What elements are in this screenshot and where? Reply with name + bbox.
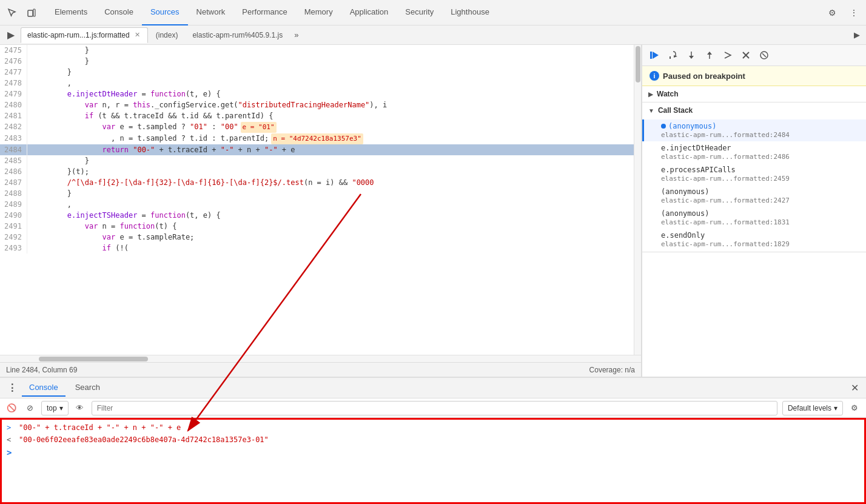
code-line-2482: 2482 var e = t.sampled ? "01" : "00"e = …: [0, 121, 634, 133]
watch-section: ▶ Watch: [642, 86, 866, 102]
call-stack-section: ▼ Call Stack (anonymous) elastic-apm-rum…: [642, 102, 866, 252]
more-icon[interactable]: ⋮: [845, 4, 862, 21]
levels-label: Default levels: [788, 404, 831, 412]
breakpoint-header: i Paused on breakpoint: [642, 66, 866, 86]
code-line-2487: 2487 /^[\da-f]{2}-[\da-f]{32}-[\da-f]{16…: [0, 177, 634, 188]
code-scroll-area[interactable]: 2475 } 2476 } 2477 }: [0, 45, 634, 355]
resume-button[interactable]: [647, 47, 663, 63]
svg-rect-3: [650, 52, 652, 59]
call-stack-item-5[interactable]: e.sendOnly elastic-apm-rum...formatted:1…: [642, 229, 866, 250]
sources-tab-0[interactable]: elastic-apm-rum...1.js:formatted ✕: [21, 27, 148, 43]
call-stack-loc-3: elastic-apm-rum...formatted:2427: [661, 197, 859, 204]
sources-tab-close-0[interactable]: ✕: [133, 30, 141, 39]
call-stack-header[interactable]: ▼ Call Stack: [642, 102, 866, 118]
pause-exceptions-button[interactable]: [756, 47, 772, 63]
code-line-2484: 2484 return "00-" + t.traceId + "-" + n …: [0, 144, 634, 155]
call-stack-item-2[interactable]: e.processAPICalls elastic-apm-rum...form…: [642, 163, 866, 185]
step-over-button[interactable]: [665, 47, 681, 63]
settings-icon[interactable]: ⚙: [824, 4, 841, 21]
call-stack-loc-2: elastic-apm-rum...formatted:2459: [661, 175, 859, 183]
code-line-2476: 2476 }: [0, 56, 634, 67]
svg-rect-1: [33, 9, 35, 16]
device-icon[interactable]: [23, 4, 40, 21]
deactivate-button[interactable]: [738, 47, 754, 63]
call-stack-item-1[interactable]: e.injectDtHeader elastic-apm-rum...forma…: [642, 141, 866, 163]
call-stack-loc-4: elastic-apm-rum...formatted:1831: [661, 218, 859, 226]
call-stack-fn-4: (anonymous): [661, 209, 859, 218]
right-panel: i Paused on breakpoint ▶ Watch ▼ Call St…: [642, 45, 866, 377]
step-into-button[interactable]: [683, 47, 699, 63]
code-line-2490: 2490 e.injectTSHeader = function(t, e) {: [0, 210, 634, 221]
call-stack-fn-2: e.processAPICalls: [661, 166, 859, 174]
call-stack-triangle: ▼: [648, 107, 654, 114]
console-output[interactable]: > "00-" + t.traceId + "-" + n + "-" + e …: [0, 418, 866, 504]
console-arrow-0: >: [7, 423, 15, 432]
levels-selector[interactable]: Default levels ▾: [782, 401, 843, 415]
svg-marker-2: [653, 52, 659, 59]
tab-lighthouse[interactable]: Lighthouse: [442, 0, 498, 25]
code-line-2486: 2486 }(t);: [0, 166, 634, 177]
call-stack-item-4[interactable]: (anonymous) elastic-apm-rum...formatted:…: [642, 207, 866, 229]
tab-play-button[interactable]: ▶: [850, 30, 864, 39]
code-line-2480: 2480 var n, r = this._configService.get(…: [0, 99, 634, 110]
vertical-scrollbar[interactable]: [634, 45, 641, 355]
tab-memory[interactable]: Memory: [296, 0, 341, 25]
tab-console[interactable]: Console: [96, 0, 142, 25]
context-selector[interactable]: top ▾: [41, 401, 69, 415]
code-line-2483: 2483 , n = t.sampled ? t.id : t.parentId…: [0, 133, 634, 144]
tab-sources[interactable]: Sources: [142, 0, 188, 25]
bottom-tab-console[interactable]: Console: [22, 380, 65, 397]
nav-right: ⚙ ⋮: [824, 4, 862, 21]
code-line-2479: 2479 e.injectDtHeader = function(t, e) {: [0, 89, 634, 99]
step-out-button[interactable]: [702, 47, 717, 63]
search-tab-label: Search: [75, 383, 100, 392]
context-label: top: [47, 404, 57, 412]
call-stack-item-0[interactable]: (anonymous) elastic-apm-rum...formatted:…: [642, 119, 866, 141]
debug-toolbar: [642, 45, 866, 66]
tab-security[interactable]: Security: [397, 0, 442, 25]
info-icon: i: [650, 71, 659, 81]
status-bar: Line 2484, Column 69 Coverage: n/a: [0, 362, 641, 377]
console-line-0: > "00-" + t.traceId + "-" + n + "-" + e: [7, 422, 859, 434]
console-toolbar: 🚫 ⊘ top ▾ 👁 Default levels ▾ ⚙: [0, 398, 866, 418]
tab-network[interactable]: Network: [188, 0, 234, 25]
call-stack-loc-5: elastic-apm-rum...formatted:1829: [661, 240, 859, 248]
sources-sidebar-toggle[interactable]: ▶: [2, 27, 19, 44]
svg-marker-7: [689, 56, 694, 59]
call-stack-loc-0: elastic-apm-rum...formatted:2484: [661, 131, 859, 139]
call-stack-fn-3: (anonymous): [661, 187, 859, 196]
tab-performance[interactable]: Performance: [233, 0, 295, 25]
inspect-icon[interactable]: [4, 4, 21, 21]
console-text-1: "00-0e6f02eeafe83ea0ade2249c6b8e407a-4d7…: [19, 435, 269, 444]
call-stack-loc-1: elastic-apm-rum...formatted:2486: [661, 153, 859, 161]
watch-header[interactable]: ▶ Watch: [642, 86, 866, 102]
tab-more-button[interactable]: »: [290, 30, 302, 39]
bottom-close-button[interactable]: ✕: [848, 382, 861, 394]
sources-tab-label-2: elastic-apm-rum%405.9.1.js: [192, 31, 283, 39]
console-settings-icon[interactable]: ⚙: [848, 402, 861, 415]
tab-application[interactable]: Application: [341, 0, 397, 25]
horizontal-scrollbar[interactable]: [0, 355, 641, 362]
step-button[interactable]: [720, 47, 736, 63]
eye-icon[interactable]: 👁: [73, 402, 87, 415]
bottom-tab-search[interactable]: Search: [68, 380, 107, 397]
call-stack-fn-0: (anonymous): [661, 122, 859, 130]
code-content: 2475 } 2476 } 2477 }: [0, 45, 634, 254]
tab-elements[interactable]: Elements: [46, 0, 96, 25]
nav-tabs: Elements Console Sources Network Perform…: [46, 0, 498, 25]
call-stack-item-3[interactable]: (anonymous) elastic-apm-rum...formatted:…: [642, 185, 866, 207]
console-block-button[interactable]: ⊘: [23, 402, 36, 415]
console-clear-button[interactable]: 🚫: [5, 402, 18, 415]
console-tab-label: Console: [29, 383, 58, 392]
breakpoint-label: Paused on breakpoint: [663, 72, 745, 81]
code-line-2477: 2477 }: [0, 67, 634, 78]
console-filter-input[interactable]: [92, 401, 777, 415]
code-line-2489: 2489 ,: [0, 199, 634, 210]
code-editor: 2475 } 2476 } 2477 }: [0, 45, 642, 377]
sources-tab-1[interactable]: (index): [149, 27, 185, 43]
bottom-menu-button[interactable]: ⋮: [5, 381, 19, 395]
h-scrollbar-thumb: [39, 357, 148, 361]
watch-triangle: ▶: [648, 91, 653, 98]
sources-tab-2[interactable]: elastic-apm-rum%405.9.1.js: [186, 27, 289, 43]
bottom-panel: ⋮ Console Search ✕ 🚫 ⊘ top ▾ 👁 Default l…: [0, 377, 866, 504]
